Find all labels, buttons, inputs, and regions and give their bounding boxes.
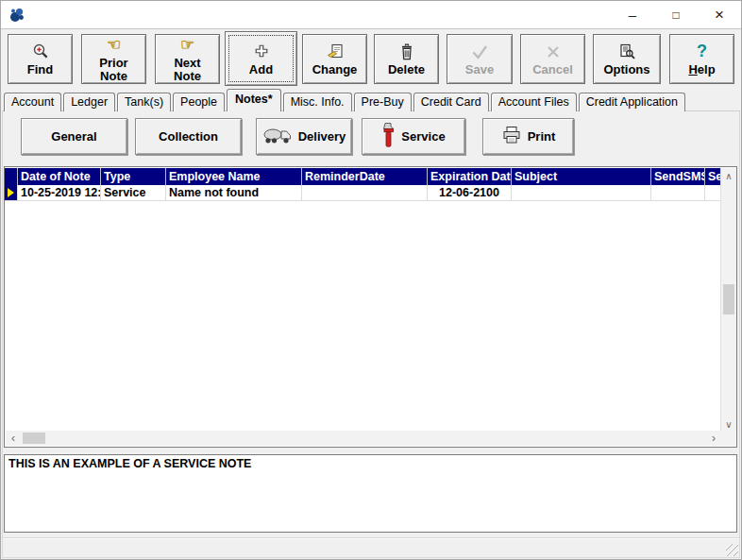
change-button[interactable]: Change xyxy=(302,34,367,84)
grid-header-reminder-date[interactable]: ReminderDate xyxy=(302,168,428,185)
service-button[interactable]: Service xyxy=(362,118,465,155)
service-label: Service xyxy=(401,129,445,144)
delivery-button[interactable]: Delivery xyxy=(256,118,352,155)
scroll-up-icon[interactable]: ∧ xyxy=(721,168,736,183)
vertical-scrollbar-thumb[interactable] xyxy=(723,284,734,314)
help-label: Help xyxy=(688,63,715,76)
row-indicator-cell xyxy=(5,185,18,201)
scroll-down-icon[interactable]: ∨ xyxy=(721,416,736,432)
grid-header-indicator xyxy=(5,168,18,185)
next-note-button[interactable]: ☞ Next Note xyxy=(155,34,220,84)
cell-type[interactable]: Service xyxy=(101,185,166,201)
tab-misc-info[interactable]: Misc. Info. xyxy=(283,93,352,111)
change-icon xyxy=(326,42,345,61)
current-row-arrow-icon xyxy=(8,188,14,197)
delete-icon xyxy=(398,42,415,61)
tab-ledger[interactable]: Ledger xyxy=(63,93,115,111)
add-icon xyxy=(254,42,269,61)
grid-header-expiration-date[interactable]: Expiration Date xyxy=(428,168,512,185)
grid-header-type[interactable]: Type xyxy=(101,168,166,185)
cell-reminder-date[interactable] xyxy=(302,185,428,201)
tab-account[interactable]: Account xyxy=(4,93,61,111)
help-icon: ? xyxy=(697,42,707,61)
notes-grid: Date of Note Type Employee Name Reminder… xyxy=(4,166,737,448)
app-icon xyxy=(8,7,25,23)
options-label: Options xyxy=(603,63,649,76)
scrollbar-corner xyxy=(719,431,735,446)
general-button[interactable]: General xyxy=(21,118,127,155)
tab-account-files[interactable]: Account Files xyxy=(491,93,577,111)
minimize-button[interactable]: – xyxy=(611,1,654,28)
maximize-button[interactable]: □ xyxy=(654,1,698,28)
collection-label: Collection xyxy=(159,129,218,144)
save-label: Save xyxy=(465,63,494,76)
note-text-area[interactable]: THIS IS AN EXAMPLE OF A SERVICE NOTE xyxy=(4,454,737,533)
cancel-button: Cancel xyxy=(520,34,585,84)
resize-grip[interactable] xyxy=(726,544,738,556)
find-button[interactable]: Find xyxy=(8,34,73,84)
collection-button[interactable]: Collection xyxy=(135,118,242,155)
close-button[interactable]: × xyxy=(698,1,741,28)
save-check-icon xyxy=(470,42,489,61)
status-bar xyxy=(2,537,740,558)
next-note-icon: ☞ xyxy=(180,35,194,55)
prior-note-icon: ☜ xyxy=(107,35,121,55)
print-button[interactable]: Print xyxy=(482,118,574,155)
vertical-scrollbar[interactable]: ∧ ∨ xyxy=(720,168,736,432)
application-window: – □ × Find ☜ Prior Note ☞ Next Note Add xyxy=(0,0,742,560)
grid-header-date-of-note[interactable]: Date of Note xyxy=(18,168,101,185)
cancel-x-icon xyxy=(546,42,561,61)
grid-header-subject[interactable]: Subject xyxy=(512,168,651,185)
grid-header-sendsms[interactable]: SendSMS xyxy=(651,168,705,185)
cell-date-of-note[interactable]: 10-25-2019 12: xyxy=(18,185,101,201)
next-note-label: Next Note xyxy=(174,57,201,83)
change-label: Change xyxy=(312,63,358,76)
service-wrench-icon xyxy=(381,122,396,151)
add-label: Add xyxy=(249,63,273,76)
tab-notes[interactable]: Notes* xyxy=(227,89,281,111)
cell-sendsms[interactable] xyxy=(651,185,705,201)
table-row[interactable]: 10-25-2019 12: Service Name not found 12… xyxy=(5,185,720,201)
grid-header-clipped[interactable]: Se xyxy=(705,168,720,185)
options-button[interactable]: Options xyxy=(593,34,661,84)
grid-header-employee-name[interactable]: Employee Name xyxy=(166,168,302,185)
print-label: Print xyxy=(528,129,556,144)
tab-people[interactable]: People xyxy=(173,93,225,111)
scroll-left-icon[interactable]: ‹ xyxy=(6,431,21,446)
cell-subject[interactable] xyxy=(512,185,651,201)
titlebar: – □ × xyxy=(1,1,741,29)
tab-tanks[interactable]: Tank(s) xyxy=(117,93,171,111)
prior-note-button[interactable]: ☜ Prior Note xyxy=(81,34,146,84)
delete-button[interactable]: Delete xyxy=(374,34,439,84)
help-button[interactable]: ? Help xyxy=(669,34,734,84)
save-button: Save xyxy=(447,34,513,84)
tab-pre-buy[interactable]: Pre-Buy xyxy=(354,93,412,111)
find-icon xyxy=(31,42,50,61)
horizontal-scrollbar-thumb[interactable] xyxy=(23,433,45,444)
tab-credit-card[interactable]: Credit Card xyxy=(413,93,489,111)
tab-bar: Account Ledger Tank(s) People Notes* Mis… xyxy=(4,90,687,111)
add-button[interactable]: Add xyxy=(225,31,297,86)
prior-note-label: Prior Note xyxy=(99,57,127,83)
grid-header-row: Date of Note Type Employee Name Reminder… xyxy=(5,168,720,185)
horizontal-scrollbar[interactable]: ‹ › xyxy=(6,431,721,446)
delivery-truck-icon xyxy=(262,126,293,147)
cancel-label: Cancel xyxy=(532,63,573,76)
print-icon xyxy=(501,126,522,147)
tab-credit-application[interactable]: Credit Application xyxy=(579,93,685,111)
cell-employee-name[interactable]: Name not found xyxy=(166,185,302,201)
options-icon xyxy=(617,42,637,61)
cell-expiration-date[interactable]: 12-06-2100 xyxy=(428,185,512,201)
delete-label: Delete xyxy=(388,63,425,76)
general-label: General xyxy=(51,129,96,144)
delivery-label: Delivery xyxy=(298,129,346,144)
find-label: Find xyxy=(27,63,53,76)
